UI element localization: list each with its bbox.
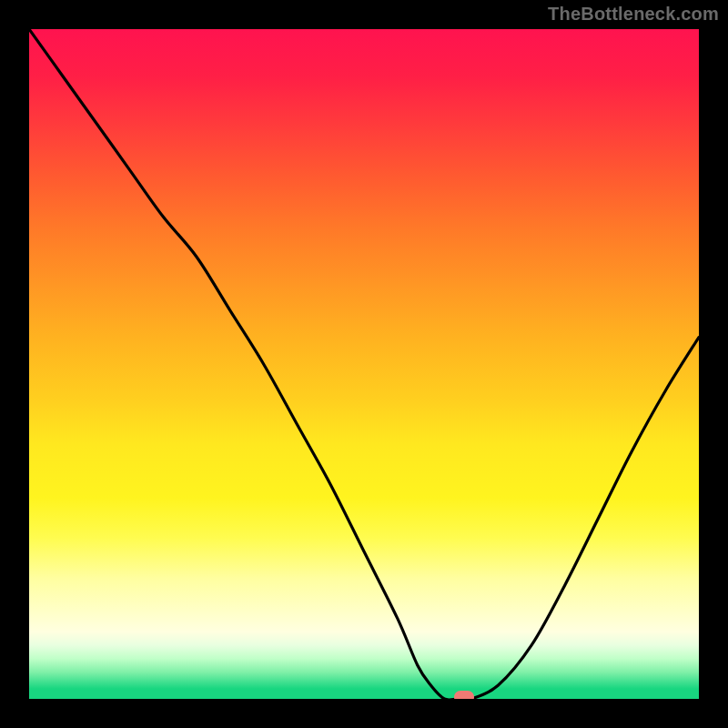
plot-area: [29, 29, 699, 699]
bottleneck-curve: [29, 29, 699, 699]
chart-frame: TheBottleneck.com: [0, 0, 728, 728]
watermark-text: TheBottleneck.com: [548, 4, 719, 25]
optimal-point-marker: [454, 691, 474, 699]
